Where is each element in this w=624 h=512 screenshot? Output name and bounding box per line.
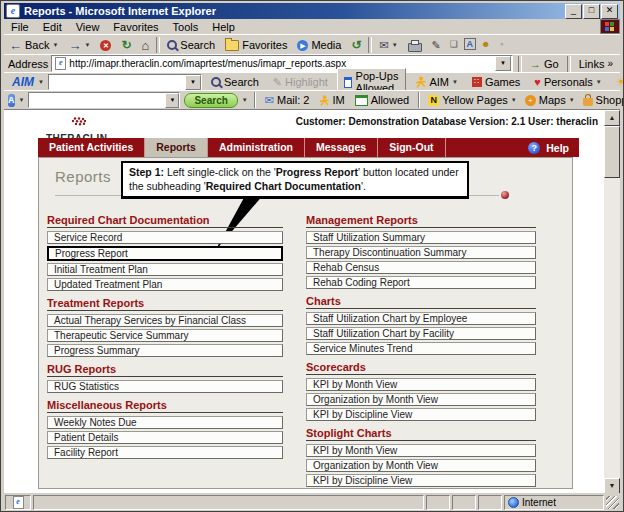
- report-button-service-minutes-trend[interactable]: Service Minutes Trend: [306, 342, 536, 355]
- menu-help[interactable]: Help: [205, 20, 242, 34]
- menu-edit[interactable]: Edit: [36, 20, 69, 34]
- history-button[interactable]: ↺: [346, 35, 366, 55]
- quick-search-dropdown-icon[interactable]: ▼: [165, 93, 179, 108]
- scroll-up-button[interactable]: ▲: [604, 110, 620, 126]
- aol-dropdown-icon[interactable]: ▼: [19, 97, 25, 103]
- aim-search-button[interactable]: Search: [206, 72, 264, 92]
- report-button-rehab-coding-report[interactable]: Rehab Coding Report: [306, 276, 536, 289]
- aim-search-input[interactable]: [49, 76, 185, 89]
- toolbar-separator: [567, 56, 571, 72]
- address-dropdown-icon[interactable]: ▼: [495, 56, 511, 71]
- aim-menu-dropdown-icon[interactable]: ▼: [452, 79, 458, 85]
- mail-button[interactable]: ✉ ▼: [374, 35, 402, 55]
- aim-brand-label[interactable]: AIM: [12, 75, 34, 89]
- report-button-patient-details[interactable]: Patient Details: [47, 431, 283, 444]
- forward-button[interactable]: → ▼: [63, 35, 95, 55]
- tab-patient-activities[interactable]: Patient Activities: [38, 138, 145, 157]
- edit-button[interactable]: ✎: [427, 35, 446, 55]
- back-dropdown-icon[interactable]: ▼: [52, 42, 58, 48]
- report-button-stoplight-organization-by-month-view[interactable]: Organization by Month View: [306, 459, 536, 472]
- mail-status-button[interactable]: ✉ Mail: 2: [262, 90, 313, 110]
- maps-icon: +: [525, 95, 536, 106]
- quick-search-button[interactable]: Search: [184, 93, 237, 108]
- report-button-rug-statistics[interactable]: RUG Statistics: [47, 380, 283, 393]
- zone-label: Internet: [522, 497, 556, 508]
- restore-button[interactable]: □: [583, 4, 600, 19]
- links-button[interactable]: Links »: [576, 54, 616, 74]
- media-button[interactable]: ▶ Media: [292, 35, 346, 55]
- tab-sign-out[interactable]: Sign-Out: [378, 138, 445, 157]
- menu-favorites[interactable]: Favorites: [106, 20, 165, 34]
- yellow-pages-button[interactable]: N Yellow Pages ▼: [426, 90, 519, 110]
- shopping-button[interactable]: Shopping ▼: [581, 90, 624, 110]
- report-button-initial-treatment-plan[interactable]: Initial Treatment Plan: [47, 263, 283, 276]
- favorites-button[interactable]: Favorites: [220, 35, 292, 55]
- mail-dropdown-icon[interactable]: ▼: [392, 42, 398, 48]
- chat-button[interactable]: ◦: [494, 37, 510, 53]
- aim-menu-button[interactable]: AIM ▼: [410, 72, 463, 92]
- report-button-progress-summary[interactable]: Progress Summary: [47, 344, 283, 357]
- report-button-weekly-notes-due[interactable]: Weekly Notes Due: [47, 416, 283, 429]
- tab-reports[interactable]: Reports: [145, 138, 208, 157]
- report-button-kpi-by-month-view[interactable]: KPI by Month View: [306, 378, 536, 391]
- report-button-rehab-census[interactable]: Rehab Census: [306, 261, 536, 274]
- menu-tools[interactable]: Tools: [166, 20, 206, 34]
- report-button-stoplight-kpi-by-month-view[interactable]: KPI by Month View: [306, 444, 536, 457]
- report-button-updated-treatment-plan[interactable]: Updated Treatment Plan: [47, 278, 283, 291]
- report-button-staff-utilization-summary[interactable]: Staff Utilization Summary: [306, 231, 536, 244]
- yellow-pages-dropdown-icon[interactable]: ▼: [511, 97, 517, 103]
- report-button-staff-utilization-chart-employee[interactable]: Staff Utilization Chart by Employee: [306, 312, 536, 325]
- report-button-staff-utilization-chart-facility[interactable]: Staff Utilization Chart by Facility: [306, 327, 536, 340]
- print-button[interactable]: [403, 35, 427, 55]
- search-button[interactable]: Search: [162, 35, 220, 55]
- report-button-organization-by-month-view[interactable]: Organization by Month View: [306, 393, 536, 406]
- page-content: THERACLIN SYSTEMS iMAPR Customer: Demons…: [4, 109, 620, 494]
- close-button[interactable]: ✕: [601, 4, 618, 19]
- address-input[interactable]: [69, 58, 492, 69]
- menu-file[interactable]: File: [4, 20, 36, 34]
- im-button[interactable]: IM: [316, 90, 347, 110]
- report-button-service-record[interactable]: Service Record: [47, 231, 283, 244]
- report-button-actual-therapy-services[interactable]: Actual Therapy Services by Financial Cla…: [47, 314, 283, 327]
- aim-search-dropdown-icon[interactable]: ▼: [185, 75, 201, 90]
- discuss-button[interactable]: ❏: [446, 37, 462, 53]
- report-button-therapeutic-service-summary[interactable]: Therapeutic Service Summary: [47, 329, 283, 342]
- tab-administration[interactable]: Administration: [208, 138, 305, 157]
- quick-search-options-icon[interactable]: ▼: [242, 97, 248, 103]
- aol-a-icon[interactable]: A: [8, 94, 15, 107]
- refresh-button[interactable]: ↻: [116, 35, 136, 55]
- stop-button[interactable]: ✕: [95, 35, 116, 55]
- report-button-kpi-by-discipline-view[interactable]: KPI by Discipline View: [306, 408, 536, 421]
- vertical-scrollbar[interactable]: ▲ ▼: [604, 110, 620, 494]
- report-button-progress-report[interactable]: Progress Report: [47, 246, 283, 261]
- menu-view[interactable]: View: [69, 20, 107, 34]
- report-button-facility-report[interactable]: Facility Report: [47, 446, 283, 459]
- aim-search-label: Search: [224, 76, 259, 88]
- minimize-button[interactable]: _: [565, 4, 582, 19]
- go-button[interactable]: → Go: [527, 54, 562, 74]
- resize-grip[interactable]: [606, 496, 619, 509]
- maps-button[interactable]: + Maps ▼: [523, 90, 577, 110]
- personals-button[interactable]: ♥ Personals ▼: [529, 72, 606, 92]
- games-button[interactable]: ∷ Games: [467, 72, 525, 92]
- highlight-button[interactable]: ✎ Highlight: [268, 72, 333, 92]
- home-button[interactable]: ⌂: [136, 35, 154, 55]
- scroll-down-button[interactable]: ▼: [604, 478, 620, 494]
- quick-search-input[interactable]: [29, 94, 165, 107]
- aim-weather-button[interactable]: ☀ Weather: [611, 72, 624, 92]
- report-button-stoplight-kpi-by-discipline-view[interactable]: KPI by Discipline View: [306, 474, 536, 487]
- messenger-button[interactable]: ☻: [478, 37, 494, 53]
- research-button[interactable]: A: [462, 37, 478, 53]
- personals-dropdown-icon[interactable]: ▼: [596, 79, 602, 85]
- back-button[interactable]: ← Back ▼: [4, 35, 63, 55]
- allowed-button[interactable]: Allowed: [352, 90, 413, 110]
- forward-dropdown-icon[interactable]: ▼: [84, 42, 90, 48]
- help-icon[interactable]: ?: [528, 142, 540, 154]
- scrollbar-thumb[interactable]: [604, 126, 620, 178]
- report-button-therapy-discontinuation-summary[interactable]: Therapy Discontinuation Summary: [306, 246, 536, 259]
- tab-messages[interactable]: Messages: [305, 138, 378, 157]
- aim-brand-dropdown-icon[interactable]: ▼: [38, 79, 44, 85]
- nav-help[interactable]: ? Help: [528, 138, 579, 157]
- maps-dropdown-icon[interactable]: ▼: [569, 97, 575, 103]
- back-arrow-icon: ←: [9, 39, 22, 52]
